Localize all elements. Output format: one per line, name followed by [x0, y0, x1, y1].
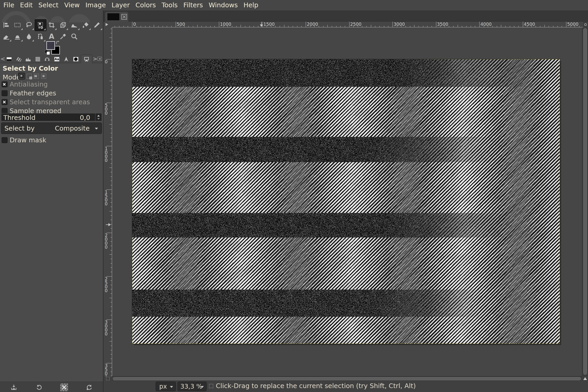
paintbrush-tool[interactable] [91, 19, 103, 30]
default-colors-icon[interactable] [47, 52, 50, 55]
unit-dropdown[interactable]: px [156, 382, 176, 391]
spin-up-icon[interactable] [97, 115, 100, 117]
navigation-button[interactable] [582, 376, 588, 381]
vertical-ruler[interactable]: 05 0 01 0 0 01 5 0 02 0 0 02 5 0 03 0 0 … [103, 27, 112, 376]
tab-selection-editor[interactable] [33, 55, 42, 63]
vertical-scrollbar-thumb[interactable] [583, 28, 587, 375]
save-tool-preset-button[interactable] [10, 383, 18, 391]
mode-add-button[interactable] [26, 73, 32, 79]
menu-item-tools[interactable]: Tools [159, 0, 181, 10]
dock-tabs-next-icon[interactable]: > [93, 56, 97, 62]
checkbox[interactable] [2, 90, 8, 96]
close-tab-icon[interactable] [121, 14, 127, 20]
delete-tool-preset-button[interactable] [60, 383, 68, 391]
ruler-tick [111, 293, 112, 294]
swap-colors-icon[interactable] [56, 41, 60, 45]
ruler-tick [141, 26, 141, 27]
checkbox-row-draw-mask[interactable]: Draw mask [0, 137, 103, 144]
ruler-tick [245, 26, 245, 27]
tab-tool-options[interactable] [81, 55, 92, 63]
ruler-corner-menu-button[interactable] [103, 22, 112, 27]
mode-subtract-button[interactable] [33, 73, 40, 79]
tab-histogram[interactable] [24, 55, 33, 63]
ruler-tick [137, 26, 137, 27]
ruler-tick [111, 185, 112, 185]
ruler-tick [510, 26, 510, 27]
tab-pointer[interactable] [62, 55, 71, 63]
mode-intersect-button[interactable] [40, 73, 47, 79]
crop-tool[interactable] [46, 19, 57, 30]
threshold-value[interactable]: 0,0 [80, 114, 90, 121]
zoom-tool[interactable] [69, 31, 80, 42]
threshold-slider[interactable]: Threshold 0,0 [1, 113, 102, 121]
checkbox[interactable] [2, 137, 8, 143]
menu-item-edit[interactable]: Edit [17, 0, 35, 10]
ruler-tick [111, 207, 112, 207]
threshold-spinner[interactable] [95, 113, 102, 121]
foreground-color-swatch[interactable] [46, 41, 55, 50]
reset-tool-options-button[interactable] [85, 383, 93, 391]
color-picker-tool[interactable] [57, 31, 69, 42]
menu-item-view[interactable]: View [61, 0, 82, 10]
menu-item-file[interactable]: File [1, 0, 17, 10]
spin-down-icon[interactable] [97, 118, 100, 120]
select-by-dropdown[interactable]: Select by Composite [1, 123, 102, 134]
ruler-tick [319, 26, 319, 27]
ruler-tick [150, 26, 150, 27]
menu-item-select[interactable]: Select [35, 0, 61, 10]
tab-fonts[interactable]: Aa [52, 55, 61, 63]
ink-paths-tool[interactable] [35, 31, 46, 42]
zoom-chevron-button[interactable] [198, 382, 206, 391]
restore-tool-preset-button[interactable] [35, 383, 43, 391]
checkbox-row-feather-edges[interactable]: Feather edges [0, 90, 103, 97]
checkbox[interactable] [2, 81, 8, 87]
image-tab[interactable] [105, 11, 129, 22]
zoom-follow-window-button[interactable] [583, 22, 588, 27]
menu-item-image[interactable]: Image [83, 0, 109, 10]
rectangle-select-tool[interactable] [12, 19, 23, 30]
ruler-tick [254, 26, 254, 27]
vertical-scrollbar[interactable] [582, 27, 588, 376]
ruler-tick [288, 26, 289, 27]
select-by-color-tool[interactable] [35, 19, 46, 31]
free-select-icon [25, 21, 33, 29]
dock-tabs-prev-icon[interactable]: < [1, 56, 5, 62]
horizontal-scrollbar-thumb[interactable] [113, 377, 581, 380]
horizontal-ruler[interactable]: 0500100015002000250030003500400045005000 [112, 22, 583, 27]
eraser-tool[interactable] [1, 31, 12, 42]
tab-brushes[interactable] [71, 55, 80, 63]
alignment-tool[interactable] [1, 19, 12, 30]
quick-mask-toggle-button[interactable] [103, 376, 112, 381]
checkbox-row-select-transparent-areas[interactable]: Select transparent areas [0, 99, 103, 106]
menu-item-help[interactable]: Help [241, 0, 261, 10]
image-dark-band [132, 290, 560, 317]
menu-item-layer[interactable]: Layer [109, 0, 133, 10]
zoom-dropdown[interactable]: 33,3 % [177, 382, 207, 391]
ruler-tick [336, 26, 336, 27]
ruler-tick [406, 26, 406, 27]
tab-gradients[interactable] [5, 55, 14, 63]
text-tool[interactable]: A [46, 31, 57, 42]
checkbox[interactable] [2, 99, 8, 105]
horizontal-scrollbar[interactable] [112, 376, 582, 381]
mode-replace-button[interactable] [18, 73, 25, 79]
warp-transform-tool[interactable] [69, 19, 80, 30]
menu-item-filters[interactable]: Filters [181, 0, 206, 10]
tool-group-corner-icon [66, 28, 68, 30]
h-ruler-label: 500 [177, 22, 185, 27]
tab-device-status[interactable] [43, 55, 52, 63]
ruler-tick [109, 124, 112, 125]
tool-group-corner-icon [32, 28, 34, 30]
unified-transform-tool[interactable] [57, 19, 69, 30]
tab-brush-strokes[interactable] [14, 55, 23, 63]
bucket-fill-tool[interactable] [80, 19, 91, 30]
blur-tool[interactable] [23, 31, 34, 42]
dock-tab-menu-button[interactable] [97, 57, 102, 61]
free-select-tool[interactable] [23, 19, 34, 30]
clone-tool[interactable] [12, 31, 23, 42]
canvas-image[interactable] [132, 59, 560, 344]
menu-item-windows[interactable]: Windows [206, 0, 241, 10]
checkbox-row-antialiasing[interactable]: Antialiasing [0, 81, 103, 89]
menu-item-colors[interactable]: Colors [133, 0, 159, 10]
ink-icon [36, 33, 44, 40]
